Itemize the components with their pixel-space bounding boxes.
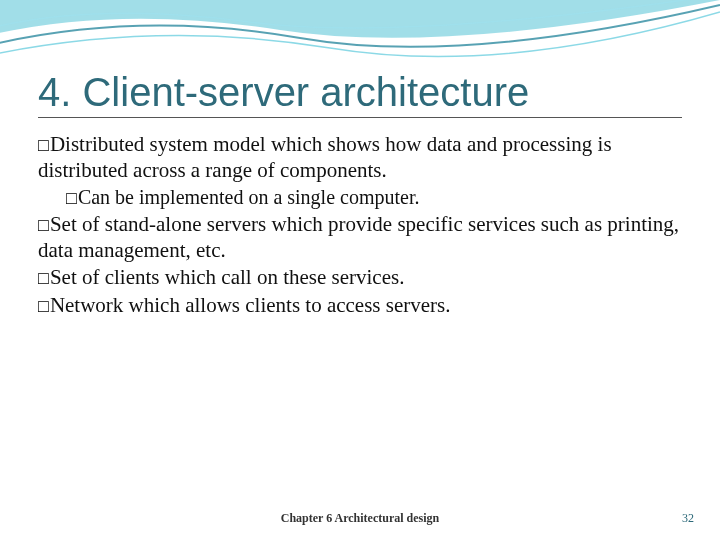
sub-bullet-text: Can be implemented on a single computer. (78, 186, 420, 208)
bullet-item: □Set of stand-alone servers which provid… (38, 212, 682, 263)
title-underline (38, 117, 682, 118)
square-bullet-icon: □ (66, 188, 77, 210)
square-bullet-icon: □ (38, 296, 49, 318)
bullet-item: □Distributed system model which shows ho… (38, 132, 682, 210)
slide-content: 4. Client-server architecture □Distribut… (0, 0, 720, 319)
bullet-text: Distributed system model which shows how… (38, 132, 612, 182)
square-bullet-icon: □ (38, 135, 49, 157)
square-bullet-icon: □ (38, 215, 49, 237)
bullet-text: Set of clients which call on these servi… (50, 265, 405, 289)
footer-chapter: Chapter 6 Architectural design (0, 511, 720, 526)
bullet-list: □Distributed system model which shows ho… (38, 132, 682, 319)
footer-page-number: 32 (682, 511, 694, 526)
sub-bullet-item: □Can be implemented on a single computer… (66, 185, 682, 210)
square-bullet-icon: □ (38, 268, 49, 290)
bullet-item: □Network which allows clients to access … (38, 293, 682, 319)
bullet-item: □Set of clients which call on these serv… (38, 265, 682, 291)
bullet-text: Network which allows clients to access s… (50, 293, 451, 317)
slide-title: 4. Client-server architecture (38, 70, 682, 115)
bullet-text: Set of stand-alone servers which provide… (38, 212, 679, 262)
